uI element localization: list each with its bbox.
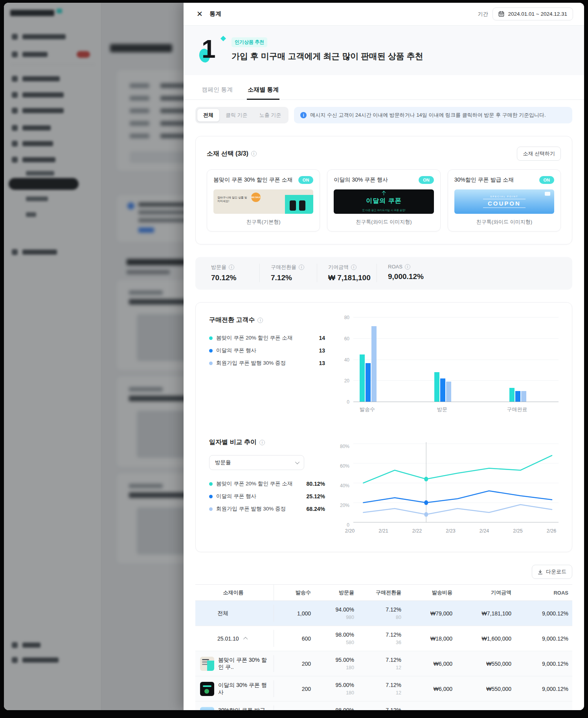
tab-campaign-stats[interactable]: 캠페인 통계 bbox=[202, 86, 233, 99]
cell-value: 9,000.12% bbox=[522, 610, 568, 617]
kpi-value: 9,000.12% bbox=[388, 272, 424, 281]
cell-sub-value: 12 bbox=[364, 690, 401, 696]
kpi-info-icon[interactable] bbox=[229, 264, 234, 270]
cell-value: 98.00% bbox=[321, 632, 354, 638]
close-icon[interactable]: ✕ bbox=[195, 9, 205, 19]
table-cell: 7.12%12 bbox=[364, 682, 412, 696]
bar bbox=[360, 354, 365, 402]
table-cell: 98.00%580 bbox=[321, 632, 364, 645]
on-toggle-badge[interactable]: ON bbox=[298, 176, 314, 184]
filter-option[interactable]: 전체 bbox=[197, 108, 220, 122]
kpi-value: 7.12% bbox=[271, 274, 317, 282]
stats-table: 소재이름발송수방문율구매전환율발송비용기여금액ROAS 전체1,00094.00… bbox=[195, 584, 572, 710]
legend-item: 회원가입 쿠폰 발행 30% 증정13 bbox=[209, 360, 325, 367]
filter-option[interactable]: 노출 기준 bbox=[254, 109, 287, 121]
table-cell: ₩6,000 bbox=[412, 661, 463, 667]
material-card[interactable]: 이달의 30% 쿠폰 행사ON이달의 쿠폰또 다른 광고 와이드가입 시 쿠폰 … bbox=[327, 169, 440, 231]
table-row[interactable]: 30%할인 쿠폰 발급 소재20098.00%1807.12%12₩6,000₩… bbox=[195, 701, 572, 710]
y-axis-tick: 80 bbox=[344, 315, 349, 320]
y-axis-tick: 20% bbox=[340, 503, 349, 508]
legend-value: 68.24% bbox=[307, 506, 325, 512]
material-name-cell: 전체 bbox=[195, 605, 274, 622]
download-button[interactable]: 다운로드 bbox=[532, 565, 572, 579]
table-header-cell: 발송수 bbox=[274, 589, 321, 596]
x-axis-tick: 2/23 bbox=[446, 528, 455, 534]
thumbnail-banner-subtext: SPECIAL POINT bbox=[490, 195, 518, 198]
table-cell: ₩18,000 bbox=[412, 635, 463, 642]
y-axis-tick: 20 bbox=[344, 378, 349, 384]
table-cell: 200 bbox=[274, 686, 321, 692]
line-chart-info-icon[interactable] bbox=[259, 440, 265, 445]
bar bbox=[515, 391, 520, 402]
row-thumbnail bbox=[200, 657, 214, 671]
legend-dot bbox=[209, 507, 213, 511]
period-label: 기간 bbox=[478, 11, 488, 18]
cell-value: ₩79,000 bbox=[412, 610, 452, 617]
kpi-item: 기여금액₩ 7,181,100 bbox=[317, 264, 377, 282]
bar bbox=[440, 378, 445, 402]
material-card-caption: 친구톡(기본형) bbox=[213, 219, 313, 226]
legend-label: 회원가입 쿠폰 발행 30% 증정 bbox=[216, 505, 286, 512]
cell-value: ₩6,000 bbox=[412, 686, 452, 692]
legend-label: 봄맞이 쿠폰 20% 할인 쿠폰 소재 bbox=[216, 480, 292, 487]
material-card[interactable]: 30%할인 쿠폰 발급 소재ONSPECIAL POINTCOUPON친구톡(와… bbox=[448, 169, 561, 231]
download-button-label: 다운로드 bbox=[546, 568, 566, 575]
panel-title: 통계 bbox=[209, 10, 221, 18]
cell-value: 9,000.12% bbox=[522, 635, 568, 642]
legend-value: 80.12% bbox=[307, 481, 325, 487]
table-cell: 94.00%980 bbox=[321, 606, 364, 620]
rank-number: 1 bbox=[202, 36, 222, 62]
date-range-value: 2024.01.01 ~ 2024.12.31 bbox=[508, 11, 567, 17]
x-axis-tick: 2/25 bbox=[513, 528, 522, 534]
cell-value: 95.00% bbox=[321, 682, 354, 688]
material-thumbnail: SPECIAL POINTCOUPON bbox=[454, 189, 554, 214]
kpi-info-icon[interactable] bbox=[299, 264, 304, 270]
table-row[interactable]: 25.01.1060098.00%5807.12%36₩18,000₩1,600… bbox=[195, 626, 572, 651]
material-thumbnail: 장바구니에 담긴 상품 잊지마세요!BIG SALE bbox=[213, 189, 313, 214]
kpi-item: 구매전환율7.12% bbox=[259, 264, 317, 282]
legend-value: 13 bbox=[319, 347, 325, 354]
kpi-info-icon[interactable] bbox=[351, 264, 356, 270]
x-axis-tick: 2/26 bbox=[547, 528, 556, 534]
cell-value: 9,000.12% bbox=[522, 686, 568, 692]
cell-sub-value: 12 bbox=[364, 665, 401, 670]
bar-group bbox=[434, 372, 451, 402]
row-name: 25.01.10 bbox=[217, 635, 239, 642]
metric-dropdown[interactable]: 방문율 bbox=[209, 455, 304, 470]
cell-value: ₩7,181,100 bbox=[463, 610, 511, 617]
download-icon bbox=[538, 569, 543, 575]
bar-group bbox=[360, 326, 377, 402]
info-banner: 메시지 수신 고객이 24시간 이내에 방문하거나 14일 이내에 링크를 클릭… bbox=[294, 107, 572, 123]
x-axis-category-label: 발송수 bbox=[360, 406, 375, 413]
date-range-picker[interactable]: 2024.01.01 ~ 2024.12.31 bbox=[492, 7, 573, 20]
bar bbox=[446, 382, 451, 402]
on-toggle-badge[interactable]: ON bbox=[419, 176, 434, 184]
tab-material-stats[interactable]: 소재별 통계 bbox=[248, 86, 279, 99]
table-header-cell: 구매전환율 bbox=[364, 589, 412, 596]
chevron-up-icon[interactable] bbox=[243, 637, 247, 641]
material-card-title: 봄맞이 쿠폰 30% 할인 쿠폰 소재 bbox=[213, 176, 295, 184]
table-row[interactable]: 이달의 30% 쿠폰 행사20095.00%1807.12%12₩6,000₩5… bbox=[195, 676, 572, 701]
envelope-icon bbox=[545, 192, 550, 196]
material-card[interactable]: 봄맞이 쿠폰 30% 할인 쿠폰 소재ON장바구니에 담긴 상품 잊지마세요!B… bbox=[207, 169, 320, 231]
y-axis-tick: 0 bbox=[347, 522, 349, 528]
x-axis-tick: 2/22 bbox=[412, 528, 422, 534]
material-select-info-icon[interactable] bbox=[251, 151, 257, 156]
line-chart: 020%40%60%80% bbox=[353, 441, 559, 525]
filter-row: 전체클릭 기준노출 기준 메시지 수신 고객이 24시간 이내에 방문하거나 1… bbox=[195, 107, 572, 123]
table-row[interactable]: 봄맞이 쿠폰 30% 할인 쿠..20095.00%1807.12%12₩6,0… bbox=[195, 651, 572, 676]
material-select-button[interactable]: 소재 선택하기 bbox=[517, 147, 561, 161]
table-row[interactable]: 전체1,00094.00%9807.12%80₩79,000₩7,181,100… bbox=[195, 601, 572, 626]
y-axis-tick: 80% bbox=[340, 444, 349, 449]
filter-option[interactable]: 클릭 기준 bbox=[220, 109, 254, 121]
row-name: 이달의 30% 쿠폰 행사 bbox=[218, 682, 271, 696]
cell-value: 200 bbox=[274, 661, 311, 667]
cell-sub-value: 980 bbox=[321, 615, 354, 620]
on-toggle-badge[interactable]: ON bbox=[539, 176, 555, 184]
material-thumbnail: 이달의 쿠폰또 다른 광고 와이드가입 시 쿠폰 증정! bbox=[334, 189, 434, 214]
kpi-info-icon[interactable] bbox=[405, 264, 410, 270]
bar bbox=[509, 388, 514, 402]
material-card-header: 봄맞이 쿠폰 30% 할인 쿠폰 소재ON bbox=[213, 176, 313, 184]
bar-chart-info-icon[interactable] bbox=[257, 318, 263, 323]
kpi-label-text: ROAS bbox=[388, 264, 402, 270]
